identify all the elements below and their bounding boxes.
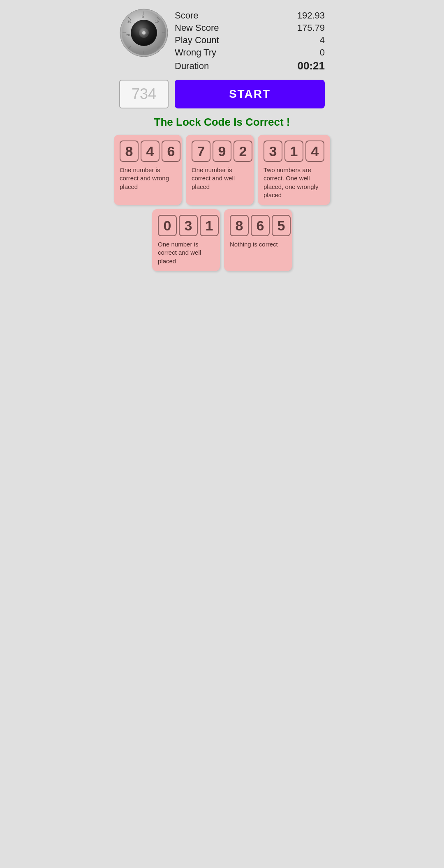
digit-1-1: 9 (213, 140, 231, 162)
clue-hint-1: One number is correct and well placed (192, 166, 248, 191)
play-count-row: Play Count 4 (175, 35, 325, 46)
digits-4: 8 6 5 (230, 215, 291, 236)
lock-dial-icon: 0 10 30 20 (119, 8, 169, 58)
score-value: 192.93 (297, 10, 325, 21)
digit-0-2: 6 (162, 140, 180, 162)
play-count-value: 4 (320, 35, 325, 46)
duration-label: Duration (175, 61, 209, 71)
clue-card-2: 3 1 4 Two numbers are correct. One well … (258, 135, 330, 205)
digits-3: 0 3 1 (158, 215, 219, 236)
svg-text:20: 20 (126, 33, 130, 37)
digit-3-0: 0 (158, 215, 177, 236)
digits-2: 3 1 4 (264, 140, 324, 162)
clue-row-2: 0 3 1 One number is correct and well pla… (117, 209, 327, 271)
digit-1-0: 7 (192, 140, 210, 162)
clue-card-4: 8 6 5 Nothing is correct (224, 209, 292, 271)
play-count-label: Play Count (175, 35, 219, 46)
svg-text:10: 10 (155, 20, 159, 23)
clue-hint-4: Nothing is correct (230, 240, 278, 249)
digit-2-0: 3 (264, 140, 282, 162)
new-score-row: New Score 175.79 (175, 23, 325, 33)
code-display: 734 (119, 80, 169, 108)
clue-card-1: 7 9 2 One number is correct and well pla… (186, 135, 254, 205)
digit-0-1: 4 (141, 140, 160, 162)
svg-text:0: 0 (142, 15, 144, 19)
clue-hint-0: One number is correct and wrong placed (120, 166, 176, 191)
score-row: Score 192.93 (175, 10, 325, 21)
digit-4-2: 5 (272, 215, 291, 236)
stats-panel: Score 192.93 New Score 175.79 Play Count… (175, 8, 325, 72)
digit-2-2: 4 (305, 140, 324, 162)
wrong-try-value: 0 (320, 47, 325, 58)
duration-value: 00:21 (298, 60, 325, 72)
digit-0-0: 8 (120, 140, 139, 162)
duration-row: Duration 00:21 (175, 60, 325, 72)
digits-0: 8 4 6 (120, 140, 180, 162)
digit-2-1: 1 (284, 140, 303, 162)
clue-card-0: 8 4 6 One number is correct and wrong pl… (114, 135, 182, 205)
clue-hint-3: One number is correct and well placed (158, 240, 214, 265)
digit-4-1: 6 (251, 215, 270, 236)
clues-container: 8 4 6 One number is correct and wrong pl… (111, 135, 333, 271)
svg-text:30: 30 (127, 20, 131, 23)
success-message: The Lock Code Is Correct ! (111, 112, 333, 135)
digit-4-0: 8 (230, 215, 249, 236)
new-score-label: New Score (175, 23, 219, 33)
start-button[interactable]: START (175, 80, 325, 108)
clue-row-1: 8 4 6 One number is correct and wrong pl… (117, 135, 327, 205)
wrong-try-label: Wrong Try (175, 47, 216, 58)
digit-3-2: 1 (200, 215, 219, 236)
digits-1: 7 9 2 (192, 140, 252, 162)
header-section: 0 10 30 20 Score 192.93 New Score 175.79… (111, 0, 333, 76)
digit-3-1: 3 (179, 215, 198, 236)
new-score-value: 175.79 (297, 23, 325, 33)
svg-point-16 (142, 31, 146, 35)
clue-card-3: 0 3 1 One number is correct and well pla… (152, 209, 220, 271)
controls-section: 734 START (111, 76, 333, 112)
clue-hint-2: Two numbers are correct. One well placed… (264, 166, 324, 199)
digit-1-2: 2 (234, 140, 252, 162)
score-label: Score (175, 10, 198, 21)
wrong-try-row: Wrong Try 0 (175, 47, 325, 58)
